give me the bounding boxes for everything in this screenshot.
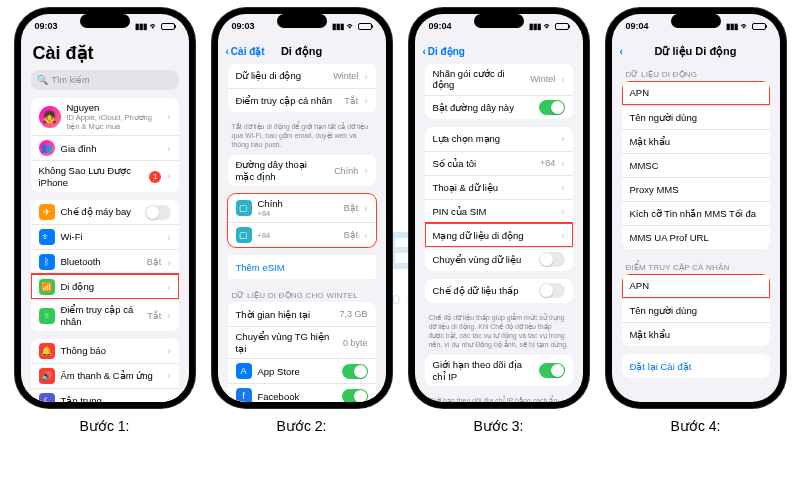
signal-icon: ▮▮▮	[135, 22, 147, 31]
avatar: 👧	[39, 106, 61, 128]
default-voice-row[interactable]: Đường dây thoại mặc địnhChính›	[228, 155, 376, 186]
search-icon: 🔍	[37, 75, 48, 85]
low-data-row[interactable]: Chế độ dữ liệu thấp	[425, 279, 573, 303]
current-period-row[interactable]: Thời gian hiện tại7,3 GB	[228, 302, 376, 326]
step-caption: Bước 4:	[671, 418, 721, 434]
chevron-right-icon: ›	[364, 95, 367, 106]
chevron-right-icon: ›	[167, 310, 170, 321]
chevron-right-icon: ›	[561, 133, 564, 144]
voice-data-row[interactable]: Thoại & dữ liệu›	[425, 175, 573, 199]
search-input[interactable]: 🔍Tìm kiếm	[31, 70, 179, 90]
cellular-row[interactable]: 📶Di động›	[31, 274, 179, 299]
cellular-icon: 📶	[39, 279, 55, 295]
sounds-row[interactable]: 🔊Âm thanh & Cảm ứng›	[31, 363, 179, 388]
phone-step-4: 09:04▮▮▮ᯤ ‹Dữ liệu Di động DỮ LIỆU DI ĐỘ…	[606, 8, 786, 408]
backup-warning-row[interactable]: Không Sao Lưu Được iPhone 1 ›	[31, 160, 179, 192]
chevron-right-icon: ›	[561, 158, 564, 169]
chevron-right-icon: ›	[561, 74, 564, 85]
chevron-right-icon: ›	[167, 111, 170, 122]
hotspot-row[interactable]: ⍩Điểm truy cập cá nhânTắt›	[31, 299, 179, 331]
clock: 09:04	[429, 21, 452, 31]
phone-step-2: 09:03▮▮▮ᯤ ‹ Cài đặtDi động Dữ liệu di độ…	[212, 8, 392, 408]
wifi-icon: ᯤ	[150, 22, 158, 31]
sim-pin-row[interactable]: PIN của SIM›	[425, 199, 573, 223]
notifications-row[interactable]: 🔔Thông báo›	[31, 339, 179, 363]
back-button[interactable]: ‹ Cài đặt	[226, 46, 265, 57]
airplane-row[interactable]: ✈Chế độ máy bay	[31, 200, 179, 224]
dynamic-island	[671, 14, 721, 28]
battery-icon	[358, 23, 372, 30]
nav-bar: ‹ Cài đặtDi động	[218, 38, 386, 64]
apple-id-row[interactable]: 👧 NguyenID Apple, iCloud, Phương tiện & …	[31, 98, 179, 135]
back-button[interactable]: ‹ Di động	[423, 46, 465, 57]
bluetooth-row[interactable]: ᛒBluetoothBật›	[31, 249, 179, 274]
alert-badge: 1	[149, 171, 161, 183]
roaming-period-row[interactable]: Chuyển vùng TG hiện tại0 byte	[228, 326, 376, 358]
password-row[interactable]: Mật khẩu	[622, 129, 770, 153]
chevron-right-icon: ›	[561, 206, 564, 217]
hotspot-user-row[interactable]: Tên người dùng	[622, 298, 770, 322]
roaming-toggle[interactable]	[539, 252, 565, 267]
app-appstore-row[interactable]: AApp Store	[228, 358, 376, 383]
speaker-icon: 🔊	[39, 368, 55, 384]
step-caption: Bước 2:	[277, 418, 327, 434]
nav-bar: ‹Dữ liệu Di động	[612, 38, 780, 64]
nav-title: Di động	[281, 45, 322, 58]
signal-icon: ▮▮▮	[726, 22, 738, 31]
hotspot-apn-row[interactable]: APN	[622, 274, 770, 298]
line-on-row[interactable]: Bật đường dây này	[425, 95, 573, 119]
hotspot-pass-row[interactable]: Mật khẩu	[622, 322, 770, 346]
plan-label-row[interactable]: Nhãn gói cước di độngWintel›	[425, 64, 573, 95]
section-header: ĐIỂM TRUY CẬP CÁ NHÂN	[612, 257, 780, 274]
family-icon: 👥	[39, 140, 55, 156]
battery-icon	[161, 23, 175, 30]
wifi-row[interactable]: ᯤWi-Fi›	[31, 224, 179, 249]
line-toggle[interactable]	[539, 100, 565, 115]
hotspot-row[interactable]: Điểm truy cập cá nhânTắt›	[228, 88, 376, 112]
wifi-icon: ᯤ	[39, 229, 55, 245]
nav-title: Dữ liệu Di động	[654, 45, 736, 58]
mms-proxy-row[interactable]: Proxy MMS	[622, 177, 770, 201]
airplane-icon: ✈	[39, 204, 55, 220]
app-facebook-row[interactable]: fFacebook	[228, 383, 376, 402]
moon-icon: ☾	[39, 393, 55, 402]
my-number-row[interactable]: Số của tôi+84›	[425, 151, 573, 175]
app-toggle[interactable]	[342, 364, 368, 379]
sim-primary-row[interactable]: ▢Chính+84Bật›	[228, 194, 376, 222]
wifi-icon: ᯤ	[544, 22, 552, 31]
dynamic-island	[474, 14, 524, 28]
apn-row[interactable]: APN	[622, 81, 770, 105]
username-row[interactable]: Tên người dùng	[622, 105, 770, 129]
ip-tracking-row[interactable]: Giới hạn theo dõi địa chỉ IP	[425, 355, 573, 386]
family-row[interactable]: 👥 Gia đình ›	[31, 135, 179, 160]
wifi-icon: ᯤ	[741, 22, 749, 31]
mms-ua-row[interactable]: MMS UA Prof URL	[622, 225, 770, 249]
data-roaming-row[interactable]: Chuyển vùng dữ liệu	[425, 247, 573, 271]
step-caption: Bước 3:	[474, 418, 524, 434]
focus-row[interactable]: ☾Tập trung›	[31, 388, 179, 402]
cellular-data-row[interactable]: Dữ liệu di độngWintel›	[228, 64, 376, 88]
chevron-right-icon: ›	[167, 345, 170, 356]
chevron-right-icon: ›	[167, 370, 170, 381]
network-selection-row[interactable]: Lựa chọn mạng›	[425, 127, 573, 151]
mms-max-row[interactable]: Kích cỡ Tin nhắn MMS Tối đa	[622, 201, 770, 225]
page-title: Cài đặt	[21, 38, 189, 70]
hotspot-icon: ⍩	[39, 308, 55, 324]
chevron-right-icon: ›	[167, 257, 170, 268]
data-network-row[interactable]: Mạng dữ liệu di động›	[425, 223, 573, 247]
wifi-icon: ᯤ	[347, 22, 355, 31]
app-toggle[interactable]	[342, 389, 368, 402]
low-data-toggle[interactable]	[539, 283, 565, 298]
ip-toggle[interactable]	[539, 363, 565, 378]
sim-secondary-row[interactable]: ▢+84Bật›	[228, 222, 376, 247]
airplane-toggle[interactable]	[145, 205, 171, 220]
signal-icon: ▮▮▮	[332, 22, 344, 31]
sim-icon: ▢	[236, 200, 252, 216]
add-esim-button[interactable]: Thêm eSIM	[228, 255, 376, 279]
reset-settings-button[interactable]: Đặt lại Cài đặt	[622, 354, 770, 378]
mmsc-row[interactable]: MMSC	[622, 153, 770, 177]
data-note: Tắt dữ liệu di động để giới hạn tất cả d…	[218, 120, 386, 155]
back-button[interactable]: ‹	[620, 46, 623, 57]
bell-icon: 🔔	[39, 343, 55, 359]
chevron-right-icon: ›	[167, 282, 170, 293]
